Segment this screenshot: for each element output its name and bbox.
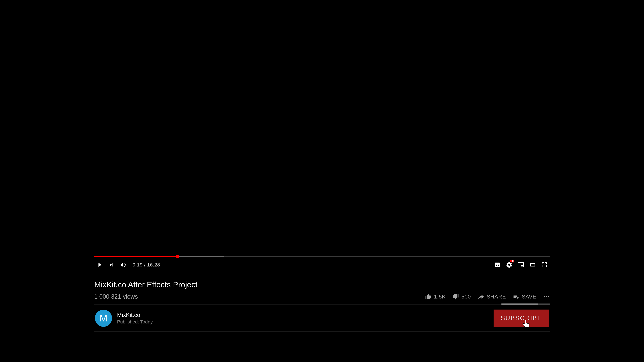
fullscreen-icon bbox=[541, 261, 548, 268]
action-bar: 1.5K 500 SHARE SAVE bbox=[425, 293, 550, 300]
svg-point-1 bbox=[546, 296, 547, 297]
miniplayer-icon bbox=[518, 261, 524, 268]
save-button[interactable]: SAVE bbox=[513, 293, 536, 300]
sentiment-like bbox=[502, 304, 538, 305]
dislike-count: 500 bbox=[461, 294, 471, 300]
settings-gear-icon bbox=[506, 261, 512, 268]
play-icon bbox=[96, 261, 103, 268]
volume-button[interactable] bbox=[119, 261, 127, 269]
svg-point-0 bbox=[544, 296, 545, 297]
volume-icon bbox=[120, 261, 126, 268]
save-label: SAVE bbox=[522, 294, 536, 300]
view-count: 1 000 321 views bbox=[94, 293, 138, 300]
settings-button[interactable]: HD bbox=[505, 261, 513, 269]
channel-name[interactable]: MixKit.co bbox=[117, 312, 153, 318]
video-metadata: MixKit.co After Effects Project 1 000 32… bbox=[94, 280, 550, 332]
progress-bar[interactable] bbox=[94, 256, 550, 257]
video-title: MixKit.co After Effects Project bbox=[94, 280, 550, 289]
theater-mode-button[interactable] bbox=[528, 261, 537, 269]
dislike-button[interactable]: 500 bbox=[452, 293, 471, 300]
thumb-down-icon bbox=[452, 293, 459, 300]
divider bbox=[94, 332, 550, 332]
playlist-add-icon bbox=[513, 293, 520, 300]
channel-avatar[interactable]: M bbox=[95, 310, 112, 327]
captions-icon bbox=[494, 261, 501, 268]
like-button[interactable]: 1.5K bbox=[425, 293, 446, 300]
controls-left: 0:19 / 16:28 bbox=[96, 261, 160, 269]
play-button[interactable] bbox=[96, 261, 104, 269]
miniplayer-button[interactable] bbox=[517, 261, 525, 269]
svg-point-2 bbox=[548, 296, 549, 297]
progress-scrubber[interactable] bbox=[176, 255, 179, 258]
captions-button[interactable] bbox=[494, 261, 502, 269]
more-horizontal-icon bbox=[543, 293, 550, 300]
time-display: 0:19 / 16:28 bbox=[132, 262, 160, 268]
share-button[interactable]: SHARE bbox=[478, 293, 506, 300]
subscribe-button[interactable]: SUBSCRIBE bbox=[494, 310, 549, 327]
meta-row: 1 000 321 views 1.5K 500 SHARE SAVE bbox=[94, 293, 550, 300]
player-controls: 0:19 / 16:28 HD bbox=[94, 257, 550, 273]
like-count: 1.5K bbox=[434, 294, 446, 300]
next-icon bbox=[108, 261, 115, 268]
thumb-up-icon bbox=[425, 293, 432, 300]
progress-played bbox=[94, 256, 178, 257]
channel-published: Published: Today bbox=[117, 319, 153, 325]
channel-info: MixKit.co Published: Today bbox=[117, 312, 153, 325]
share-label: SHARE bbox=[487, 294, 506, 300]
share-icon bbox=[478, 293, 484, 300]
theater-icon bbox=[529, 261, 536, 268]
hd-badge: HD bbox=[510, 260, 514, 263]
fullscreen-button[interactable] bbox=[540, 261, 548, 269]
next-button[interactable] bbox=[107, 261, 116, 269]
channel-row: M MixKit.co Published: Today SUBSCRIBE bbox=[94, 305, 550, 332]
sentiment-bar bbox=[502, 304, 550, 305]
more-actions-button[interactable] bbox=[543, 293, 550, 300]
video-player-panel: 0:19 / 16:28 HD MixKit.co After Effects … bbox=[94, 256, 550, 332]
controls-right: HD bbox=[494, 261, 548, 269]
